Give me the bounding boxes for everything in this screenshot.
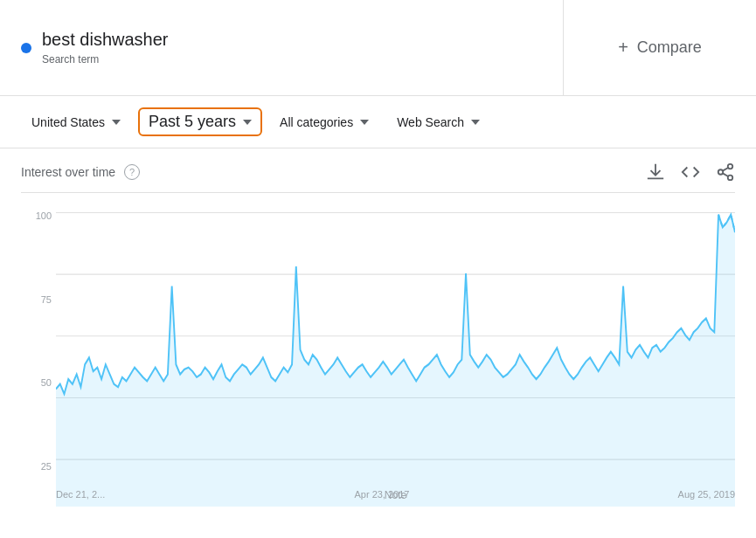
chart-title-group: Interest over time ? (21, 164, 140, 180)
svg-line-4 (723, 168, 728, 171)
compare-button[interactable]: + Compare (564, 0, 756, 95)
y-label-100: 100 (21, 210, 52, 221)
search-term-info: best dishwasher Search term (42, 30, 169, 66)
compare-plus-icon: + (618, 38, 628, 58)
download-icon[interactable] (646, 162, 665, 182)
time-range-dropdown-arrow (243, 120, 252, 125)
help-icon[interactable]: ? (124, 164, 140, 180)
search-type-filter[interactable]: Web Search (386, 110, 490, 134)
svg-point-0 (728, 164, 733, 169)
x-label-start: Dec 21, 2... (56, 489, 105, 500)
search-term-panel: best dishwasher Search term (0, 0, 564, 95)
y-label-50: 50 (21, 377, 52, 388)
share-icon[interactable] (716, 162, 735, 182)
search-term-subtitle: Search term (42, 53, 169, 66)
time-range-label: Past 5 years (149, 113, 236, 131)
filters-bar: United States Past 5 years All categorie… (0, 96, 756, 148)
chart-actions (646, 162, 735, 182)
categories-filter[interactable]: All categories (269, 110, 379, 134)
y-axis-labels: 100 75 50 25 (21, 193, 52, 507)
region-label: United States (31, 115, 105, 129)
svg-line-3 (723, 173, 728, 176)
y-label-75: 75 (21, 294, 52, 305)
compare-label: Compare (637, 38, 702, 57)
x-axis-labels: Dec 21, 2... Note Apr 23, 2017 Aug 25, 2… (56, 489, 735, 500)
x-label-mid: Apr 23, 2017 (354, 489, 409, 500)
chart-svg (56, 193, 735, 507)
chart-section: Interest over time ? 100 7 (0, 148, 756, 514)
chart-area: 100 75 50 25 Dec 21, 2... Note Apr 23, 2… (21, 192, 735, 507)
search-type-label: Web Search (397, 115, 464, 129)
categories-dropdown-arrow (360, 120, 369, 125)
search-term-dot (21, 43, 31, 53)
svg-point-1 (718, 169, 724, 175)
svg-marker-10 (56, 215, 735, 507)
search-type-dropdown-arrow (471, 120, 480, 125)
time-range-filter[interactable]: Past 5 years (138, 107, 262, 136)
chart-title: Interest over time (21, 165, 115, 179)
svg-point-2 (728, 176, 733, 181)
chart-header: Interest over time ? (21, 162, 735, 182)
region-dropdown-arrow (112, 120, 121, 125)
region-filter[interactable]: United States (21, 110, 131, 134)
categories-label: All categories (280, 115, 353, 129)
y-label-25: 25 (21, 461, 52, 472)
x-label-end: Aug 25, 2019 (678, 489, 735, 500)
embed-icon[interactable] (681, 162, 700, 182)
search-term-title: best dishwasher (42, 30, 169, 50)
